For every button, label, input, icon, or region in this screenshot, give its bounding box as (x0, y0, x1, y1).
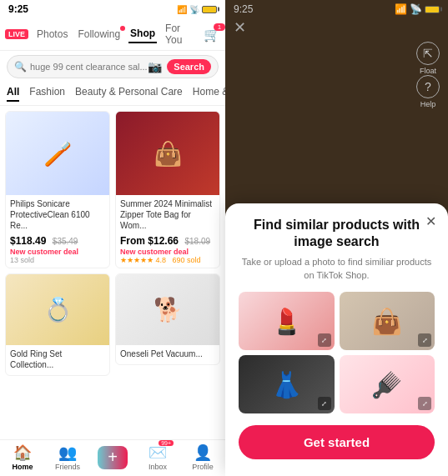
friends-icon: 👥 (58, 443, 77, 462)
nav-add[interactable]: + (96, 446, 129, 469)
deal-label-philips: New customer deal (10, 248, 105, 256)
product-img-rings: 💍 (6, 274, 109, 345)
modal-close-button[interactable]: ✕ (425, 213, 436, 229)
product-card-philips[interactable]: 🪥 Philips Sonicare ProtectiveClean 6100 … (5, 111, 110, 268)
float-button[interactable]: ⇱ Float (416, 42, 440, 75)
product-info-philips: Philips Sonicare ProtectiveClean 6100 Re… (6, 195, 109, 268)
product-name-rings: Gold Ring Set Collection... (10, 348, 105, 370)
product-price-bag: From $12.66 $18.09 (120, 233, 215, 248)
product-card-vacuum[interactable]: 🐕 Oneseli Pet Vacuum... (115, 273, 220, 365)
camera-icon[interactable]: 📷 (148, 60, 162, 73)
nav-home-label: Home (12, 463, 33, 471)
help-icon: ? (416, 75, 440, 98)
search-button[interactable]: Search (167, 59, 211, 74)
search-bar: 🔍 📷 Search (7, 55, 219, 78)
wifi-icon-right: 📡 (410, 3, 422, 15)
product-card-bag[interactable]: 👜 Summer 2024 Minimalist Zipper Tote Bag… (115, 111, 220, 268)
tab-shop[interactable]: Shop (128, 25, 157, 43)
signal-icon-right: 📶 (395, 3, 407, 15)
category-all[interactable]: All (7, 86, 19, 102)
live-badge[interactable]: LIVE (5, 29, 28, 39)
product-name-vacuum: Oneseli Pet Vacuum... (120, 348, 215, 359)
get-started-button[interactable]: Get started (239, 425, 435, 459)
bottom-nav: 🏠 Home 👥 Friends + ✉️ 99+ Inbox 👤 Profil… (0, 439, 225, 476)
product-info-rings: Gold Ring Set Collection... (6, 345, 109, 375)
product-col-2: 👜 Summer 2024 Minimalist Zipper Tote Bag… (115, 111, 220, 434)
cart-count: 1 (214, 23, 225, 31)
nav-tabs: LIVE Photos Following Shop For You 🛒1 (0, 18, 225, 51)
battery-icon (202, 6, 217, 13)
wifi-icon: 📡 (189, 5, 199, 14)
help-label: Help (420, 100, 436, 108)
inbox-count: 99+ (159, 440, 174, 446)
right-panel: 9:25 📶 📡 ✕ ⇱ Float ? Help ✕ Find similar… (225, 0, 448, 476)
orig-price-bag: $18.09 (185, 237, 211, 246)
nav-profile[interactable]: 👤 Profile (186, 443, 219, 471)
category-fashion[interactable]: Fashion (29, 86, 65, 102)
inbox-icon: ✉️ (148, 444, 167, 461)
category-home[interactable]: Home & C (193, 86, 225, 102)
close-button-right[interactable]: ✕ (234, 18, 246, 37)
product-info-vacuum: Oneseli Pet Vacuum... (116, 345, 219, 364)
inbox-badge-wrapper: ✉️ 99+ (148, 443, 167, 462)
product-name-philips: Philips Sonicare ProtectiveClean 6100 Re… (10, 198, 105, 231)
modal-img-bag[interactable]: 👜 ⤢ (340, 292, 435, 350)
battery-icon-right (425, 6, 440, 13)
nav-friends-label: Friends (55, 463, 80, 471)
status-bar-left: 9:25 📶 📡 (0, 0, 225, 18)
right-status-icons: 📶 📡 (395, 3, 440, 15)
product-card-rings[interactable]: 💍 Gold Ring Set Collection... (5, 273, 110, 376)
status-icons-left: 📶 📡 (177, 5, 217, 14)
tab-foryou[interactable]: For You (164, 20, 197, 48)
tab-photos[interactable]: Photos (35, 26, 69, 43)
nav-inbox-label: Inbox (148, 463, 167, 471)
nav-inbox[interactable]: ✉️ 99+ Inbox (141, 443, 174, 471)
modal-title: Find similar products with image search (239, 217, 435, 252)
search-input[interactable] (30, 62, 148, 72)
following-dot (120, 26, 125, 31)
expand-icon-lipstick: ⤢ (318, 333, 331, 347)
product-img-vacuum: 🐕 (116, 274, 219, 345)
signal-icon: 📶 (177, 5, 187, 14)
rating-bag: ★★★★★ 4.8 690 sold (120, 256, 215, 264)
float-label: Float (420, 67, 436, 75)
deal-label-bag: New customer deal (120, 248, 215, 256)
sold-philips: 13 sold (10, 256, 105, 264)
image-search-modal: ✕ Find similar products with image searc… (225, 203, 448, 476)
category-tabs: All Fashion Beauty & Personal Care Home … (0, 83, 225, 106)
orig-price-philips: $35.49 (53, 237, 78, 246)
product-img-philips: 🪥 (6, 112, 109, 195)
modal-img-dress[interactable]: 👗 ⤢ (239, 355, 335, 413)
product-col-1: 🪥 Philips Sonicare ProtectiveClean 6100 … (5, 111, 110, 434)
left-panel: 9:25 📶 📡 LIVE Photos Following Shop For … (0, 0, 225, 476)
modal-img-lipstick[interactable]: 💄 ⤢ (239, 292, 335, 350)
time-left: 9:25 (8, 3, 28, 15)
expand-icon-dress: ⤢ (318, 397, 331, 410)
search-icon: 🔍 (14, 61, 27, 73)
product-info-bag: Summer 2024 Minimalist Zipper Tote Bag f… (116, 195, 219, 268)
help-button[interactable]: ? Help (416, 75, 440, 108)
tab-following[interactable]: Following (76, 26, 122, 43)
cart-icon[interactable]: 🛒1 (204, 27, 220, 43)
modal-image-grid: 💄 ⤢ 👜 ⤢ 👗 ⤢ 🪮 ⤢ (239, 292, 435, 413)
modal-img-device[interactable]: 🪮 ⤢ (340, 355, 435, 413)
add-button[interactable]: + (98, 446, 128, 469)
profile-icon: 👤 (194, 443, 212, 462)
product-grid: 🪥 Philips Sonicare ProtectiveClean 6100 … (0, 106, 225, 439)
status-bar-right: 9:25 📶 📡 (225, 0, 448, 18)
product-name-bag: Summer 2024 Minimalist Zipper Tote Bag f… (120, 198, 215, 231)
category-beauty[interactable]: Beauty & Personal Care (75, 86, 183, 102)
float-icon: ⇱ (416, 42, 440, 65)
price-value-philips: $118.49 (10, 235, 46, 247)
nav-friends[interactable]: 👥 Friends (51, 443, 84, 471)
price-value-bag: From $12.66 (120, 235, 179, 247)
product-img-bag: 👜 (116, 112, 219, 195)
expand-icon-bag: ⤢ (418, 333, 431, 347)
time-right: 9:25 (234, 3, 253, 15)
product-price-philips: $118.49 $35.49 (10, 233, 105, 248)
nav-home[interactable]: 🏠 Home (6, 443, 39, 471)
home-icon: 🏠 (13, 443, 32, 462)
modal-subtitle: Take or upload a photo to find similiar … (239, 256, 435, 282)
nav-profile-label: Profile (192, 463, 214, 471)
expand-icon-device: ⤢ (418, 397, 431, 410)
